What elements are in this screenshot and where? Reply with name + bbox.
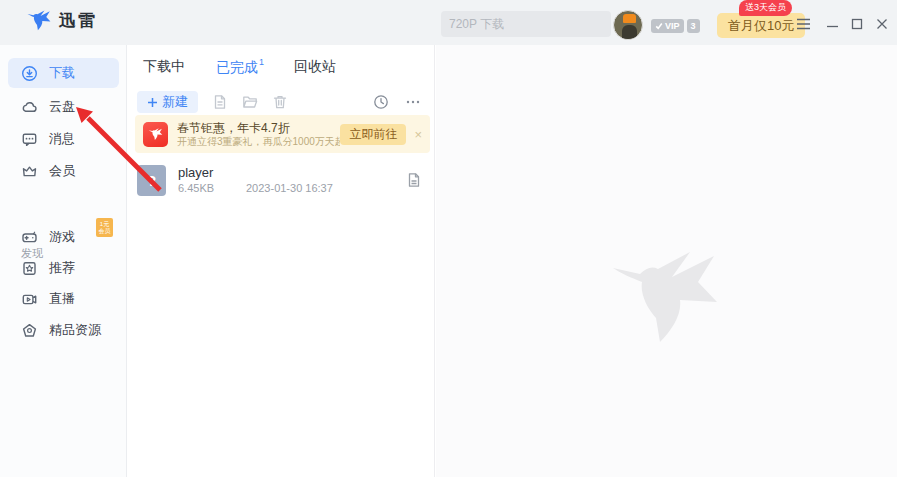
maximize-button[interactable] [848,15,866,33]
sidebar-item-messages[interactable]: 消息 [8,124,119,154]
history-clock-icon[interactable] [373,94,389,110]
unknown-file-icon: ? [137,165,166,196]
sidebar-item-label: 会员 [49,162,75,180]
trash-icon[interactable] [272,94,288,110]
sidebar-item-games[interactable]: 游戏 1元 会员 [8,222,119,252]
vip-badge[interactable]: VIP [651,19,684,33]
sidebar-item-premium[interactable]: 精品资源 [8,315,119,345]
check-icon [655,22,663,30]
xunlei-window: 迅雷 VIP 3 首月仅10元 送3天会员 [0,0,897,477]
app-logo: 迅雷 [26,9,97,32]
search-input[interactable] [449,17,604,31]
topbar: 迅雷 VIP 3 首月仅10元 送3天会员 [0,0,897,45]
sidebar-item-membership[interactable]: 会员 [8,156,119,186]
sidebar-item-label: 精品资源 [49,321,101,339]
tab-completed[interactable]: 已完成1 [216,58,263,77]
cloud-icon [21,99,38,116]
sidebar-item-download[interactable]: 下载 [8,58,119,88]
menu-button[interactable] [794,15,812,33]
detail-panel [436,45,897,477]
sidebar-item-label: 下载 [49,64,75,82]
sidebar-item-label: 游戏 [49,228,75,246]
file-name: player [178,165,406,181]
file-size: 6.45KB [178,181,246,196]
crown-icon [21,163,38,180]
tab-recycle-bin[interactable]: 回收站 [294,58,336,77]
sidebar-item-label: 直播 [49,290,75,308]
file-row-player[interactable]: ? player 6.45KB 2023-01-30 16:37 [135,159,430,201]
hamburger-icon [796,18,811,30]
user-avatar[interactable] [613,10,643,40]
avatar-body [622,25,637,40]
sidebar-item-recommend[interactable]: 推荐 [8,253,119,283]
promo-banner[interactable]: 春节钜惠，年卡4.7折 开通立得3重豪礼，再瓜分1000万天超会 立即前往 × [135,115,430,153]
sidebar-item-label: 消息 [49,130,75,148]
plus-icon [147,97,158,108]
file-info-icon[interactable] [212,94,228,110]
app-title: 迅雷 [59,9,97,32]
sidebar-item-live[interactable]: 直播 [8,284,119,314]
task-list-panel: 下载中 已完成1 回收站 新建 [127,45,435,477]
message-icon [21,131,38,148]
sidebar-item-label: 推荐 [49,259,75,277]
games-promo-badge: 1元 会员 [96,218,113,237]
task-tabs: 下载中 已完成1 回收站 [143,58,336,77]
star-bookmark-icon [21,260,38,277]
maximize-icon [851,18,863,30]
vip-level-badge[interactable]: 3 [687,19,700,33]
hummingbird-watermark-icon [610,250,720,350]
search-bar[interactable] [441,11,611,37]
vip-badges[interactable]: VIP 3 [651,19,700,33]
gamepad-icon [21,229,38,246]
banner-bird-icon [143,122,168,147]
promo-button[interactable]: 首月仅10元 [717,13,805,38]
sidebar-item-cloud[interactable]: 云盘 [8,92,119,122]
banner-title: 春节钜惠，年卡4.7折 [177,121,340,136]
avatar-hat [623,14,636,23]
promo-countdown-badge: 送3天会员 [739,0,792,16]
file-details: 6.45KB 2023-01-30 16:37 [178,181,406,196]
banner-text: 春节钜惠，年卡4.7折 开通立得3重豪礼，再瓜分1000万天超会 [177,121,340,148]
open-folder-icon[interactable] [242,94,258,110]
gem-badge-icon [21,322,38,339]
sidebar: 下载 云盘 消息 [0,45,127,477]
minimize-button[interactable] [823,15,841,33]
more-options-icon[interactable] [405,94,421,110]
completed-count-badge: 1 [259,57,264,67]
open-file-icon[interactable] [406,172,422,188]
download-icon [21,65,38,82]
task-toolbar: 新建 [137,90,425,114]
live-video-icon [21,291,38,308]
xunlei-bird-icon [26,10,52,32]
close-icon [876,18,888,30]
close-button[interactable] [873,15,891,33]
banner-close-icon[interactable]: × [414,127,422,142]
banner-cta-button[interactable]: 立即前往 [340,124,406,145]
tab-downloading[interactable]: 下载中 [143,58,185,77]
file-date: 2023-01-30 16:37 [246,181,333,196]
banner-subtitle: 开通立得3重豪礼，再瓜分1000万天超会 [177,136,340,148]
new-task-button[interactable]: 新建 [137,91,198,113]
file-meta: player 6.45KB 2023-01-30 16:37 [178,165,406,196]
minimize-icon [826,18,839,30]
sidebar-item-label: 云盘 [49,98,75,116]
